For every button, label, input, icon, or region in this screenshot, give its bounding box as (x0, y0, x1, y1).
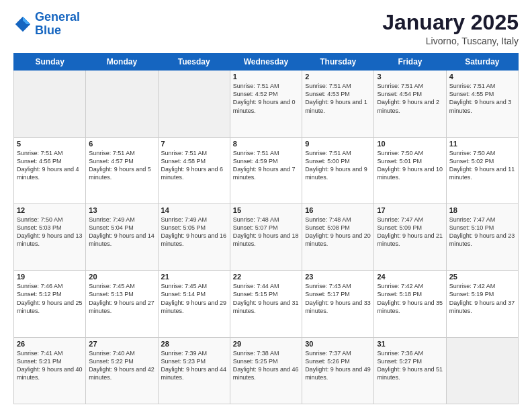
day-header-friday: Friday (374, 54, 446, 71)
day-info: Sunrise: 7:51 AMSunset: 4:52 PMDaylight:… (233, 82, 299, 115)
day-info: Sunrise: 7:50 AMSunset: 5:01 PMDaylight:… (377, 149, 443, 182)
calendar-cell: 10Sunrise: 7:50 AMSunset: 5:01 PMDayligh… (374, 137, 446, 203)
calendar-cell: 11Sunrise: 7:50 AMSunset: 5:02 PMDayligh… (446, 137, 518, 203)
day-header-saturday: Saturday (446, 54, 518, 71)
calendar-week-row: 12Sunrise: 7:50 AMSunset: 5:03 PMDayligh… (14, 203, 519, 270)
day-info: Sunrise: 7:38 AMSunset: 5:25 PMDaylight:… (233, 349, 299, 382)
calendar-cell: 8Sunrise: 7:51 AMSunset: 4:59 PMDaylight… (230, 137, 302, 203)
day-number: 3 (377, 73, 443, 81)
calendar-cell: 14Sunrise: 7:49 AMSunset: 5:05 PMDayligh… (158, 203, 230, 270)
calendar-cell: 20Sunrise: 7:45 AMSunset: 5:13 PMDayligh… (86, 271, 158, 337)
calendar-cell: 31Sunrise: 7:36 AMSunset: 5:27 PMDayligh… (374, 337, 446, 404)
day-number: 22 (233, 273, 299, 281)
calendar-cell: 5Sunrise: 7:51 AMSunset: 4:56 PMDaylight… (14, 137, 86, 203)
calendar-cell: 4Sunrise: 7:51 AMSunset: 4:55 PMDaylight… (446, 71, 518, 137)
day-number: 19 (17, 273, 83, 281)
calendar-cell: 24Sunrise: 7:42 AMSunset: 5:18 PMDayligh… (374, 271, 446, 337)
calendar-cell (14, 71, 86, 137)
day-info: Sunrise: 7:48 AMSunset: 5:08 PMDaylight:… (305, 216, 371, 248)
day-number: 13 (89, 206, 154, 214)
day-header-monday: Monday (86, 54, 158, 71)
calendar-cell: 2Sunrise: 7:51 AMSunset: 4:53 PMDaylight… (302, 71, 374, 137)
day-number: 9 (305, 140, 371, 148)
day-number: 23 (305, 273, 371, 281)
calendar-cell: 25Sunrise: 7:42 AMSunset: 5:19 PMDayligh… (446, 271, 518, 337)
calendar-week-row: 5Sunrise: 7:51 AMSunset: 4:56 PMDaylight… (14, 137, 519, 203)
calendar-cell: 13Sunrise: 7:49 AMSunset: 5:04 PMDayligh… (86, 203, 158, 270)
day-number: 29 (233, 340, 299, 348)
day-number: 4 (449, 73, 515, 81)
day-number: 8 (233, 140, 299, 148)
calendar-cell (446, 337, 518, 404)
day-info: Sunrise: 7:49 AMSunset: 5:05 PMDaylight:… (161, 216, 227, 248)
logo-line1: General (35, 10, 80, 24)
header: General Blue January 2025 Livorno, Tusca… (13, 11, 519, 46)
day-info: Sunrise: 7:51 AMSunset: 5:00 PMDaylight:… (305, 149, 371, 182)
day-number: 30 (305, 340, 371, 348)
day-number: 15 (233, 206, 299, 214)
day-number: 7 (161, 140, 227, 148)
calendar-header-row: SundayMondayTuesdayWednesdayThursdayFrid… (14, 54, 519, 71)
calendar-cell: 27Sunrise: 7:40 AMSunset: 5:22 PMDayligh… (86, 337, 158, 404)
day-number: 16 (305, 206, 371, 214)
calendar-cell: 16Sunrise: 7:48 AMSunset: 5:08 PMDayligh… (302, 203, 374, 270)
day-info: Sunrise: 7:47 AMSunset: 5:10 PMDaylight:… (449, 216, 515, 248)
day-info: Sunrise: 7:40 AMSunset: 5:22 PMDaylight:… (89, 349, 154, 382)
day-info: Sunrise: 7:51 AMSunset: 4:54 PMDaylight:… (377, 82, 443, 115)
day-info: Sunrise: 7:37 AMSunset: 5:26 PMDaylight:… (305, 349, 371, 382)
day-number: 6 (89, 140, 154, 148)
day-info: Sunrise: 7:51 AMSunset: 4:53 PMDaylight:… (305, 82, 371, 115)
day-info: Sunrise: 7:47 AMSunset: 5:09 PMDaylight:… (377, 216, 443, 248)
day-header-tuesday: Tuesday (158, 54, 230, 71)
day-info: Sunrise: 7:51 AMSunset: 4:59 PMDaylight:… (233, 149, 299, 182)
logo-line2: Blue (35, 24, 61, 37)
day-info: Sunrise: 7:41 AMSunset: 5:21 PMDaylight:… (17, 349, 83, 382)
calendar-cell: 18Sunrise: 7:47 AMSunset: 5:10 PMDayligh… (446, 203, 518, 270)
page: General Blue January 2025 Livorno, Tusca… (0, 0, 532, 411)
day-number: 14 (161, 206, 227, 214)
day-info: Sunrise: 7:50 AMSunset: 5:02 PMDaylight:… (449, 149, 515, 182)
day-info: Sunrise: 7:45 AMSunset: 5:14 PMDaylight:… (161, 282, 227, 315)
calendar-cell: 28Sunrise: 7:39 AMSunset: 5:23 PMDayligh… (158, 337, 230, 404)
calendar-week-row: 1Sunrise: 7:51 AMSunset: 4:52 PMDaylight… (14, 71, 519, 137)
calendar-cell (158, 71, 230, 137)
day-number: 25 (449, 273, 515, 281)
calendar-cell: 19Sunrise: 7:46 AMSunset: 5:12 PMDayligh… (14, 271, 86, 337)
day-number: 12 (17, 206, 83, 214)
day-info: Sunrise: 7:43 AMSunset: 5:17 PMDaylight:… (305, 282, 371, 315)
day-info: Sunrise: 7:44 AMSunset: 5:15 PMDaylight:… (233, 282, 299, 315)
day-number: 28 (161, 340, 227, 348)
calendar-cell: 1Sunrise: 7:51 AMSunset: 4:52 PMDaylight… (230, 71, 302, 137)
logo-text: General Blue (35, 11, 80, 38)
day-number: 31 (377, 340, 443, 348)
day-info: Sunrise: 7:39 AMSunset: 5:23 PMDaylight:… (161, 349, 227, 382)
calendar-title: January 2025 (382, 11, 519, 34)
title-block: January 2025 Livorno, Tuscany, Italy (382, 11, 519, 46)
calendar-week-row: 19Sunrise: 7:46 AMSunset: 5:12 PMDayligh… (14, 271, 519, 337)
day-number: 27 (89, 340, 154, 348)
day-number: 2 (305, 73, 371, 81)
calendar-cell: 7Sunrise: 7:51 AMSunset: 4:58 PMDaylight… (158, 137, 230, 203)
day-number: 21 (161, 273, 227, 281)
day-number: 24 (377, 273, 443, 281)
calendar-cell: 22Sunrise: 7:44 AMSunset: 5:15 PMDayligh… (230, 271, 302, 337)
calendar-cell: 3Sunrise: 7:51 AMSunset: 4:54 PMDaylight… (374, 71, 446, 137)
day-number: 5 (17, 140, 83, 148)
calendar-cell: 15Sunrise: 7:48 AMSunset: 5:07 PMDayligh… (230, 203, 302, 270)
day-number: 20 (89, 273, 154, 281)
calendar-cell: 30Sunrise: 7:37 AMSunset: 5:26 PMDayligh… (302, 337, 374, 404)
calendar-cell: 26Sunrise: 7:41 AMSunset: 5:21 PMDayligh… (14, 337, 86, 404)
calendar-week-row: 26Sunrise: 7:41 AMSunset: 5:21 PMDayligh… (14, 337, 519, 404)
day-info: Sunrise: 7:49 AMSunset: 5:04 PMDaylight:… (89, 216, 154, 248)
day-info: Sunrise: 7:45 AMSunset: 5:13 PMDaylight:… (89, 282, 154, 315)
day-info: Sunrise: 7:51 AMSunset: 4:58 PMDaylight:… (161, 149, 227, 182)
day-number: 26 (17, 340, 83, 348)
day-info: Sunrise: 7:42 AMSunset: 5:19 PMDaylight:… (449, 282, 515, 315)
day-info: Sunrise: 7:51 AMSunset: 4:57 PMDaylight:… (89, 149, 154, 182)
calendar-cell: 23Sunrise: 7:43 AMSunset: 5:17 PMDayligh… (302, 271, 374, 337)
calendar-subtitle: Livorno, Tuscany, Italy (382, 36, 519, 46)
day-info: Sunrise: 7:48 AMSunset: 5:07 PMDaylight:… (233, 216, 299, 248)
day-header-thursday: Thursday (302, 54, 374, 71)
day-header-wednesday: Wednesday (230, 54, 302, 71)
calendar-cell: 29Sunrise: 7:38 AMSunset: 5:25 PMDayligh… (230, 337, 302, 404)
